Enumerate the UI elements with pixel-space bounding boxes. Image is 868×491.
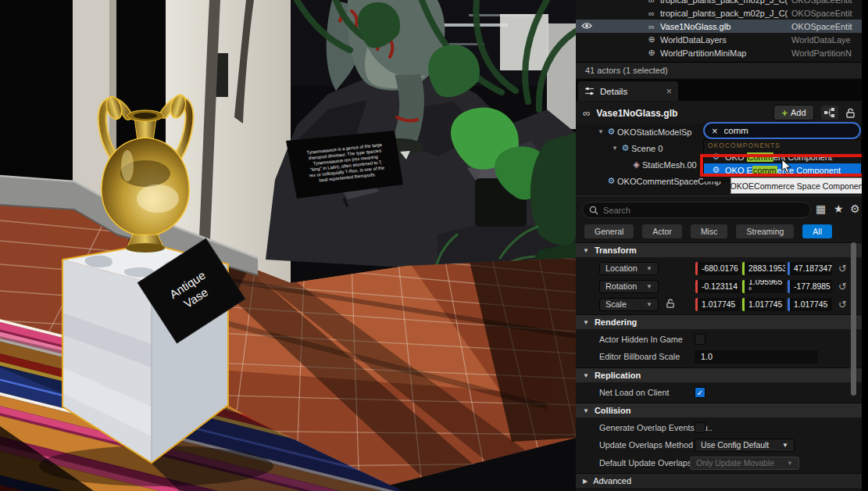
scale-selector[interactable]: Scale▼: [599, 298, 659, 311]
outliner-row[interactable]: ∞ tropical_plants_pack_m02p_J_C( OKOSpac…: [576, 6, 862, 20]
link-icon: ∞: [646, 22, 657, 31]
outliner-row[interactable]: ⊕ WorldPartitionMiniMap WorldPartitionN: [576, 46, 862, 59]
match-highlight: comm: [752, 166, 777, 175]
section-rendering[interactable]: ▼ Rendering: [576, 314, 862, 329]
outliner-row[interactable]: ⊕ WorldDataLayers WorldDataLaye: [576, 33, 862, 46]
tab-details[interactable]: Details ×: [578, 81, 678, 101]
chevron-down-icon: ▼: [583, 319, 589, 326]
outliner-row[interactable]: ∞ tropical_plants_pack_m02p_J_C( OKOSpac…: [576, 0, 862, 6]
location-x-field[interactable]: -680.0176: [695, 262, 740, 275]
chevron-down-icon[interactable]: ▼: [610, 145, 620, 152]
scale-x-field[interactable]: 1.017745: [695, 298, 740, 311]
component-icon: ⚙: [605, 176, 617, 186]
link-icon: ∞: [646, 9, 657, 18]
rotation-y-field[interactable]: 1.095965 °: [742, 280, 785, 293]
reset-location-icon[interactable]: ↺: [838, 263, 847, 274]
actor-label: WorldPartitionMiniMap: [660, 48, 791, 58]
lock-icon[interactable]: [843, 106, 859, 120]
section-collision[interactable]: ▼ Collision: [576, 403, 862, 418]
default-update-dropdown: Only Update Movable▼: [690, 457, 799, 470]
actor-type: OKOSpaceEntit: [791, 9, 862, 18]
chevron-down-icon: ▼: [583, 407, 589, 414]
section-replication[interactable]: ▼ Replication: [576, 367, 862, 382]
tab-details-label: Details: [600, 87, 627, 96]
unreal-editor-window: Antique Vase Tyrannosaurus is a genus of…: [0, 0, 868, 491]
billboard-scale-row: Editor Billboard Scale 1.0: [576, 349, 862, 364]
mouse-cursor: [781, 159, 792, 176]
component-label: StaticMesh.00: [642, 160, 697, 170]
details-tabstrip: Details ×: [576, 79, 862, 101]
viewport-scene: Antique Vase Tyrannosaurus is a genus of…: [0, 0, 576, 491]
add-component-search-input[interactable]: [724, 126, 841, 135]
rotation-row: Rotation▼ -0.123114 1.095965 ° -177.8985…: [576, 278, 862, 294]
component-icon: ⚙: [711, 165, 721, 175]
actor-label: tropical_plants_pack_m02p_J_C(: [660, 0, 791, 5]
reset-scale-icon[interactable]: ↺: [838, 299, 847, 310]
rotation-x-field[interactable]: -0.123114: [695, 280, 740, 293]
clear-search-icon[interactable]: ×: [712, 125, 718, 137]
actor-header: ∞ Vase1NoGlass.glb + Add: [576, 102, 862, 124]
location-z-field[interactable]: 47.187347: [788, 262, 832, 275]
filter-streaming[interactable]: Streaming: [736, 224, 794, 238]
component-icon: ⚙: [605, 127, 617, 137]
default-update-row: Default Update Overlaps M.. Only Update …: [576, 455, 862, 471]
actor-hidden-checkbox[interactable]: [695, 334, 705, 345]
level-viewport[interactable]: Antique Vase Tyrannosaurus is a genus of…: [0, 0, 576, 491]
scale-row: Scale▼ 1.017745 1.017745 1.017745 ↺: [576, 296, 862, 312]
match-highlight: Comm: [747, 152, 773, 162]
globe-icon: ⊕: [646, 48, 657, 58]
scale-z-field[interactable]: 1.017745: [788, 298, 832, 311]
grid-view-icon[interactable]: ▦: [816, 202, 826, 215]
location-y-field[interactable]: 2883.1953: [742, 262, 785, 275]
details-sliders-icon: [584, 86, 595, 96]
filter-general[interactable]: General: [584, 224, 634, 238]
rotation-selector[interactable]: Rotation▼: [599, 280, 659, 293]
scale-lock-icon[interactable]: [666, 299, 675, 310]
outliner-row-selected[interactable]: ∞ Vase1NoGlass.glb OKOSpaceEntit: [576, 20, 862, 33]
details-scrollbar[interactable]: [851, 242, 856, 396]
component-icon: ⚙: [620, 143, 631, 153]
link-icon: ∞: [646, 0, 657, 5]
overlap-events-row: Generate Overlap Events Du..: [576, 420, 862, 435]
selected-actor-name: Vase1NoGlass.glb: [596, 108, 677, 119]
settings-gear-icon[interactable]: ⚙: [850, 202, 860, 215]
filter-misc[interactable]: Misc: [691, 224, 728, 238]
component-icon: ⚙: [711, 152, 721, 162]
actor-label: tropical_plants_pack_m02p_J_C(: [660, 9, 791, 18]
billboard-scale-input[interactable]: 1.0: [695, 350, 818, 364]
overlap-events-checkbox[interactable]: [695, 422, 705, 433]
add-component-search[interactable]: ×: [703, 122, 861, 139]
add-component-button[interactable]: + Add: [773, 105, 814, 120]
update-method-row: Update Overlaps Method D.. Use Config De…: [576, 437, 862, 453]
actor-type: OKOSpaceEntit: [791, 22, 862, 31]
visibility-eye-icon[interactable]: [580, 22, 593, 31]
section-transform[interactable]: ▼ Transform: [576, 242, 862, 257]
dropdown-category-label: OKOCOMPONENTS: [704, 140, 861, 150]
rotation-z-field[interactable]: -177.8985: [788, 280, 832, 293]
close-icon[interactable]: ×: [666, 85, 672, 97]
details-panel: ∞ tropical_plants_pack_m02p_J_C( OKOSpac…: [576, 0, 862, 491]
chevron-down-icon[interactable]: ▼: [596, 128, 605, 135]
hierarchy-icon[interactable]: [821, 106, 838, 120]
filter-actor[interactable]: Actor: [642, 224, 682, 238]
plus-icon: +: [781, 107, 788, 119]
chevron-down-icon: ▼: [583, 372, 589, 379]
scale-y-field[interactable]: 1.017745: [742, 298, 785, 311]
actor-label: Vase1NoGlass.glb: [660, 22, 791, 31]
actor-type: OKOSpaceEntit: [791, 0, 862, 5]
favorites-star-icon[interactable]: ★: [834, 202, 844, 215]
actor-type: WorldDataLaye: [791, 35, 862, 45]
property-search-input[interactable]: [603, 206, 783, 215]
property-search-field[interactable]: [582, 202, 811, 218]
section-advanced[interactable]: ▶ Advanced: [576, 473, 862, 488]
filter-all[interactable]: All: [802, 224, 832, 238]
net-load-checkbox[interactable]: ✓: [695, 387, 705, 398]
add-button-label: Add: [791, 108, 806, 117]
location-selector[interactable]: Location▼: [599, 262, 659, 275]
actor-type: WorldPartitionN: [791, 48, 862, 58]
update-method-dropdown[interactable]: Use Config Default▼: [695, 439, 795, 452]
actor-hidden-row: Actor Hidden In Game: [576, 332, 862, 347]
component-label: Scene 0: [631, 144, 663, 153]
actor-label: WorldDataLayers: [660, 35, 791, 45]
reset-rotation-icon[interactable]: ↺: [838, 281, 847, 292]
